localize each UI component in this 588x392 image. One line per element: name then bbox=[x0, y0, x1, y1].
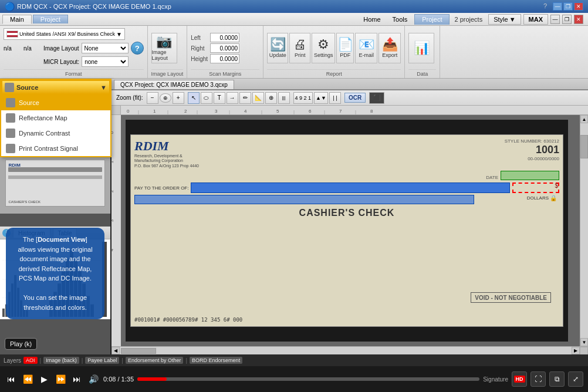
dropdown-item-source2[interactable]: Source bbox=[1, 95, 110, 110]
restore-button[interactable]: ❐ bbox=[563, 2, 573, 11]
export-button[interactable]: 📤 Export bbox=[379, 33, 401, 63]
text-tool-btn[interactable]: T bbox=[214, 92, 225, 104]
scroll-down-btn[interactable]: ▼ bbox=[580, 338, 588, 346]
max-button[interactable]: MAX bbox=[523, 14, 548, 25]
style-button[interactable]: Style ▼ bbox=[488, 14, 521, 25]
title-bar-question[interactable]: ? bbox=[543, 2, 547, 11]
image-tag[interactable]: Image (back) bbox=[43, 357, 79, 364]
menu-project[interactable]: Project bbox=[33, 15, 68, 23]
crosshair-tool-btn[interactable]: ⊕ bbox=[265, 92, 277, 104]
play-button[interactable]: Play (k) bbox=[5, 338, 37, 350]
doc-area: 0 1 2 3 4 bbox=[111, 115, 588, 346]
scroll-right-btn[interactable]: ▶ bbox=[572, 347, 580, 354]
zoom-number-btn[interactable]: 4 9 2 1 bbox=[293, 92, 313, 104]
style-number: STYLE NUMBER: 630212 bbox=[505, 138, 559, 144]
minimize-button[interactable]: — bbox=[553, 2, 562, 11]
scroll-left-btn[interactable]: ◀ bbox=[111, 347, 120, 354]
vc-expand-btn[interactable]: ⤢ bbox=[568, 371, 583, 387]
win-minimize-btn[interactable]: — bbox=[550, 15, 560, 24]
micr-layout-select[interactable]: none bbox=[82, 56, 129, 67]
ocr-button[interactable]: OCR bbox=[344, 93, 366, 103]
pencil-tool-btn[interactable]: ✏ bbox=[239, 92, 251, 104]
vc-pip-btn[interactable]: ⧉ bbox=[549, 371, 565, 387]
dropdown-item-dynamic[interactable]: Dynamic Contrast bbox=[1, 126, 110, 141]
second-row: DOLLARS 🔒 bbox=[134, 195, 559, 204]
vc-volume-btn[interactable]: 🔊 bbox=[87, 373, 100, 386]
flag-button[interactable]: United States /ANSI X9/ Business Check ▼ bbox=[4, 28, 125, 40]
scroll-up-btn[interactable]: ▲ bbox=[580, 115, 588, 123]
scan-margins-label: Scan Margins bbox=[191, 69, 259, 78]
tutorial-overlay: The [Document View] allows viewing the o… bbox=[6, 228, 104, 319]
pdf-button[interactable]: 📄 PDF bbox=[336, 33, 354, 63]
vc-skip-back-btn[interactable]: ⏮ bbox=[5, 373, 18, 386]
update-button[interactable]: 🔄 Update bbox=[267, 33, 288, 63]
email-button[interactable]: 📧 E-mail bbox=[355, 33, 377, 63]
pay-to-blue bbox=[191, 183, 510, 193]
svg-text:4: 4 bbox=[244, 109, 247, 114]
left-input[interactable] bbox=[210, 33, 239, 42]
source-icon-1 bbox=[5, 83, 14, 92]
arrow-tool-btn[interactable]: → bbox=[227, 92, 238, 104]
source-select-1[interactable]: Source ▼ bbox=[1, 80, 110, 95]
print-button[interactable]: 🖨 Print bbox=[289, 33, 310, 63]
view-controls: 4 9 2 1 ▲▼ | | bbox=[293, 92, 341, 104]
image-layout-group: 📷 Image Layout Image Layout bbox=[148, 26, 188, 78]
dropdown-item-print-contrast[interactable]: Print Contrast Signal bbox=[1, 141, 110, 156]
scroll-horizontal[interactable]: ◀ ▶ bbox=[111, 346, 588, 354]
ruler-tool-btn[interactable]: 📐 bbox=[252, 92, 264, 104]
canvas-tab[interactable]: QCX Project: QCX IMAGE DEMO 3.qcxp bbox=[114, 80, 234, 89]
ruler-horizontal: 0 1 2 3 4 5 6 bbox=[111, 106, 588, 115]
scroll-thumb-v[interactable] bbox=[580, 135, 588, 158]
toolbar-project[interactable]: Project bbox=[414, 14, 450, 25]
zoom-view-btn[interactable]: ⬛ bbox=[369, 92, 384, 104]
style-chevron: ▼ bbox=[509, 16, 516, 23]
endorsement-tag[interactable]: Endorsement by Other bbox=[126, 357, 184, 364]
barcode-btn[interactable]: ||| bbox=[278, 92, 290, 104]
image-layout-button[interactable]: 📷 Image Layout bbox=[151, 33, 177, 63]
vc-time: 0:08 / 1:35 bbox=[103, 376, 134, 383]
vc-skip-fwd-btn[interactable]: ⏭ bbox=[70, 373, 83, 386]
document-viewport[interactable]: RDIM Research, Development &Manufacturin… bbox=[121, 115, 580, 346]
format-group: United States /ANSI X9/ Business Check ▼… bbox=[0, 26, 148, 78]
second-blue bbox=[134, 195, 474, 204]
zoom-aspect-btn[interactable]: ▲▼ bbox=[314, 92, 328, 104]
dynamic-icon bbox=[6, 129, 15, 138]
help-button[interactable]: ? bbox=[131, 42, 144, 55]
check-logo: RDIM bbox=[134, 138, 199, 154]
image-layout-select[interactable]: None bbox=[82, 43, 129, 53]
vc-prev-btn[interactable]: ⏪ bbox=[21, 373, 34, 386]
vc-hd-btn[interactable]: HD bbox=[512, 371, 527, 387]
vc-play-btn[interactable]: ▶ bbox=[38, 373, 50, 386]
close-button[interactable]: ✕ bbox=[574, 2, 583, 11]
dropdown-item-reflectance[interactable]: Reflectance Map bbox=[1, 110, 110, 126]
payee-tag[interactable]: Payee Label bbox=[85, 357, 119, 364]
height-input[interactable] bbox=[210, 54, 239, 63]
scroll-thumb-h[interactable] bbox=[121, 348, 156, 354]
toolbar-tools[interactable]: Tools bbox=[388, 15, 413, 23]
aoi-tag[interactable]: AOI bbox=[23, 357, 38, 364]
ellipse-tool-btn[interactable]: ⬭ bbox=[201, 92, 212, 104]
select-tool-btn[interactable]: ↖ bbox=[188, 92, 200, 104]
zoom-fit-button[interactable]: ⊕ bbox=[160, 93, 171, 103]
micr-text: #001001# #000056789# 12 345 6# 000 bbox=[134, 317, 242, 323]
data-icon-button[interactable]: 📊 bbox=[408, 33, 434, 63]
report-group: 🔄 Update 🖨 Print ⚙ Settings 📄 PDF 📧 E-ma… bbox=[263, 26, 405, 78]
layers-label: Layers bbox=[4, 357, 21, 364]
bord-tag[interactable]: BORD Endorsement bbox=[190, 357, 242, 364]
scroll-vertical[interactable]: ▲ ▼ bbox=[580, 115, 588, 346]
zoom-minus-button[interactable]: − bbox=[147, 92, 158, 104]
win-restore-btn[interactable]: ❐ bbox=[562, 15, 572, 24]
vc-chapter-label: Signature bbox=[483, 376, 508, 383]
settings-button[interactable]: ⚙ Settings bbox=[312, 33, 335, 63]
image-layout-group-label: Image Layout bbox=[151, 69, 184, 78]
toolbar-home[interactable]: Home bbox=[359, 15, 385, 23]
progress-bar[interactable] bbox=[137, 377, 479, 381]
svg-text:6: 6 bbox=[309, 109, 312, 114]
zoom-plus-button[interactable]: + bbox=[173, 92, 184, 104]
right-input[interactable] bbox=[210, 43, 239, 53]
menu-main[interactable]: Main bbox=[2, 15, 32, 24]
zoom-fit2-btn[interactable]: | | bbox=[329, 92, 341, 104]
win-close-btn[interactable]: ✕ bbox=[574, 15, 583, 24]
vc-fullscreen-btn[interactable]: ⛶ bbox=[530, 371, 546, 387]
vc-next-btn[interactable]: ⏩ bbox=[54, 373, 67, 386]
